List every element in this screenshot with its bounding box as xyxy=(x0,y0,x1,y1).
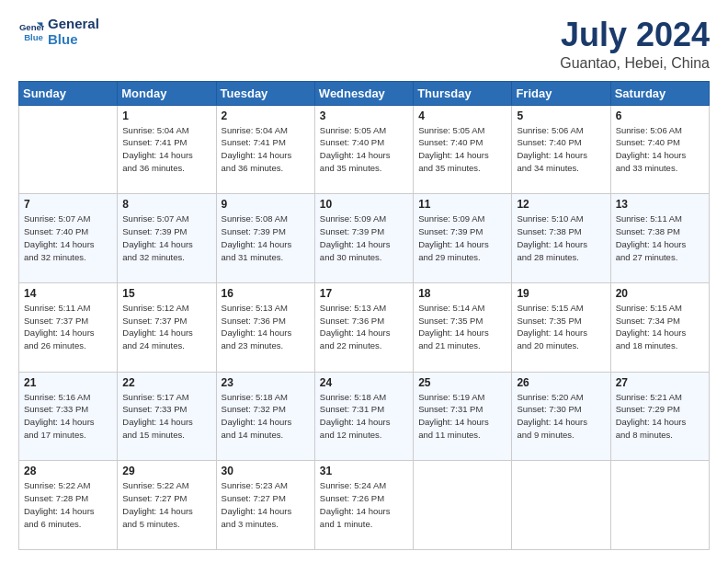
day-number: 23 xyxy=(222,376,310,389)
calendar-week-1: 1Sunrise: 5:04 AM Sunset: 7:41 PM Daylig… xyxy=(19,105,710,194)
main-title: July 2024 xyxy=(560,17,710,53)
day-number: 9 xyxy=(222,198,310,211)
calendar-cell: 21Sunrise: 5:16 AM Sunset: 7:33 PM Dayli… xyxy=(19,372,118,461)
col-header-saturday: Saturday xyxy=(610,81,709,105)
day-number: 25 xyxy=(418,376,506,389)
calendar-week-2: 7Sunrise: 5:07 AM Sunset: 7:40 PM Daylig… xyxy=(19,194,710,283)
calendar-cell: 5Sunrise: 5:06 AM Sunset: 7:40 PM Daylig… xyxy=(512,105,610,194)
day-number: 16 xyxy=(222,287,310,300)
day-info: Sunrise: 5:17 AM Sunset: 7:33 PM Dayligh… xyxy=(122,391,210,442)
day-number: 13 xyxy=(616,198,704,211)
day-info: Sunrise: 5:09 AM Sunset: 7:39 PM Dayligh… xyxy=(320,213,408,263)
calendar-cell: 24Sunrise: 5:18 AM Sunset: 7:31 PM Dayli… xyxy=(314,372,413,461)
day-info: Sunrise: 5:09 AM Sunset: 7:39 PM Dayligh… xyxy=(418,213,506,263)
calendar-cell: 18Sunrise: 5:14 AM Sunset: 7:35 PM Dayli… xyxy=(414,282,512,372)
calendar-cell: 2Sunrise: 5:04 AM Sunset: 7:41 PM Daylig… xyxy=(216,105,314,194)
day-info: Sunrise: 5:06 AM Sunset: 7:40 PM Dayligh… xyxy=(616,124,704,175)
col-header-sunday: Sunday xyxy=(19,81,118,105)
day-info: Sunrise: 5:22 AM Sunset: 7:27 PM Dayligh… xyxy=(122,479,210,530)
day-info: Sunrise: 5:19 AM Sunset: 7:31 PM Dayligh… xyxy=(418,391,506,442)
day-info: Sunrise: 5:22 AM Sunset: 7:28 PM Dayligh… xyxy=(24,479,112,530)
day-info: Sunrise: 5:11 AM Sunset: 7:38 PM Dayligh… xyxy=(616,213,704,263)
calendar-cell: 23Sunrise: 5:18 AM Sunset: 7:32 PM Dayli… xyxy=(216,372,314,461)
calendar-cell: 15Sunrise: 5:12 AM Sunset: 7:37 PM Dayli… xyxy=(118,282,216,372)
day-number: 27 xyxy=(616,376,704,389)
day-info: Sunrise: 5:16 AM Sunset: 7:33 PM Dayligh… xyxy=(24,391,112,442)
day-number: 26 xyxy=(517,376,605,389)
day-info: Sunrise: 5:15 AM Sunset: 7:35 PM Dayligh… xyxy=(517,302,605,352)
calendar-cell xyxy=(610,461,709,550)
day-info: Sunrise: 5:21 AM Sunset: 7:29 PM Dayligh… xyxy=(616,391,704,442)
calendar-cell: 9Sunrise: 5:08 AM Sunset: 7:39 PM Daylig… xyxy=(216,194,314,283)
day-info: Sunrise: 5:04 AM Sunset: 7:41 PM Dayligh… xyxy=(222,124,310,175)
day-number: 12 xyxy=(517,198,605,211)
day-info: Sunrise: 5:12 AM Sunset: 7:37 PM Dayligh… xyxy=(122,302,210,352)
day-number: 5 xyxy=(517,109,605,122)
calendar-cell: 16Sunrise: 5:13 AM Sunset: 7:36 PM Dayli… xyxy=(216,282,314,372)
day-info: Sunrise: 5:13 AM Sunset: 7:36 PM Dayligh… xyxy=(222,302,310,352)
day-number: 20 xyxy=(616,287,704,300)
calendar-cell: 3Sunrise: 5:05 AM Sunset: 7:40 PM Daylig… xyxy=(314,105,413,194)
calendar-cell: 19Sunrise: 5:15 AM Sunset: 7:35 PM Dayli… xyxy=(512,282,610,372)
day-info: Sunrise: 5:20 AM Sunset: 7:30 PM Dayligh… xyxy=(517,391,605,442)
col-header-wednesday: Wednesday xyxy=(314,81,413,105)
day-number: 24 xyxy=(320,376,408,389)
day-info: Sunrise: 5:07 AM Sunset: 7:39 PM Dayligh… xyxy=(122,213,210,263)
svg-text:Blue: Blue xyxy=(24,31,43,41)
day-info: Sunrise: 5:13 AM Sunset: 7:36 PM Dayligh… xyxy=(320,302,408,352)
calendar-cell: 4Sunrise: 5:05 AM Sunset: 7:40 PM Daylig… xyxy=(414,105,512,194)
day-number: 17 xyxy=(320,287,408,300)
col-header-thursday: Thursday xyxy=(414,81,512,105)
day-info: Sunrise: 5:24 AM Sunset: 7:26 PM Dayligh… xyxy=(320,479,408,530)
day-info: Sunrise: 5:18 AM Sunset: 7:32 PM Dayligh… xyxy=(222,391,310,442)
calendar-week-3: 14Sunrise: 5:11 AM Sunset: 7:37 PM Dayli… xyxy=(19,282,710,372)
calendar-cell: 13Sunrise: 5:11 AM Sunset: 7:38 PM Dayli… xyxy=(610,194,709,283)
calendar-table: SundayMondayTuesdayWednesdayThursdayFrid… xyxy=(18,81,710,550)
calendar-cell: 8Sunrise: 5:07 AM Sunset: 7:39 PM Daylig… xyxy=(118,194,216,283)
day-number: 8 xyxy=(122,198,210,211)
col-header-tuesday: Tuesday xyxy=(216,81,314,105)
calendar-cell: 12Sunrise: 5:10 AM Sunset: 7:38 PM Dayli… xyxy=(512,194,610,283)
day-number: 7 xyxy=(24,198,112,211)
day-number: 31 xyxy=(320,465,408,477)
day-number: 29 xyxy=(122,465,210,477)
logo-text-blue: Blue xyxy=(48,32,99,48)
day-number: 22 xyxy=(122,376,210,389)
day-info: Sunrise: 5:10 AM Sunset: 7:38 PM Dayligh… xyxy=(517,213,605,263)
logo: General Blue General Blue xyxy=(18,17,99,47)
page-header: General Blue General Blue July 2024 Guan… xyxy=(18,17,710,72)
day-info: Sunrise: 5:23 AM Sunset: 7:27 PM Dayligh… xyxy=(222,479,310,530)
day-info: Sunrise: 5:06 AM Sunset: 7:40 PM Dayligh… xyxy=(517,124,605,175)
calendar-cell: 10Sunrise: 5:09 AM Sunset: 7:39 PM Dayli… xyxy=(314,194,413,283)
day-number: 1 xyxy=(122,109,210,122)
day-number: 15 xyxy=(122,287,210,300)
logo-icon: General Blue xyxy=(18,19,44,45)
logo-text-general: General xyxy=(48,17,99,32)
day-number: 18 xyxy=(418,287,506,300)
calendar-week-4: 21Sunrise: 5:16 AM Sunset: 7:33 PM Dayli… xyxy=(19,372,710,461)
calendar-cell: 30Sunrise: 5:23 AM Sunset: 7:27 PM Dayli… xyxy=(216,461,314,550)
title-area: July 2024 Guantao, Hebei, China xyxy=(560,17,710,72)
calendar-cell: 29Sunrise: 5:22 AM Sunset: 7:27 PM Dayli… xyxy=(118,461,216,550)
calendar-cell: 22Sunrise: 5:17 AM Sunset: 7:33 PM Dayli… xyxy=(118,372,216,461)
day-number: 10 xyxy=(320,198,408,211)
calendar-week-5: 28Sunrise: 5:22 AM Sunset: 7:28 PM Dayli… xyxy=(19,461,710,550)
day-info: Sunrise: 5:04 AM Sunset: 7:41 PM Dayligh… xyxy=(122,124,210,175)
calendar-header-row: SundayMondayTuesdayWednesdayThursdayFrid… xyxy=(19,81,710,105)
day-number: 4 xyxy=(418,109,506,122)
col-header-friday: Friday xyxy=(512,81,610,105)
calendar-cell: 6Sunrise: 5:06 AM Sunset: 7:40 PM Daylig… xyxy=(610,105,709,194)
day-info: Sunrise: 5:15 AM Sunset: 7:34 PM Dayligh… xyxy=(616,302,704,352)
calendar-cell: 17Sunrise: 5:13 AM Sunset: 7:36 PM Dayli… xyxy=(314,282,413,372)
calendar-cell xyxy=(512,461,610,550)
day-number: 2 xyxy=(222,109,310,122)
calendar-cell: 25Sunrise: 5:19 AM Sunset: 7:31 PM Dayli… xyxy=(414,372,512,461)
day-info: Sunrise: 5:05 AM Sunset: 7:40 PM Dayligh… xyxy=(320,124,408,175)
day-number: 21 xyxy=(24,376,112,389)
calendar-cell: 1Sunrise: 5:04 AM Sunset: 7:41 PM Daylig… xyxy=(118,105,216,194)
calendar-cell: 11Sunrise: 5:09 AM Sunset: 7:39 PM Dayli… xyxy=(414,194,512,283)
calendar-cell: 28Sunrise: 5:22 AM Sunset: 7:28 PM Dayli… xyxy=(19,461,118,550)
calendar-cell: 26Sunrise: 5:20 AM Sunset: 7:30 PM Dayli… xyxy=(512,372,610,461)
day-number: 6 xyxy=(616,109,704,122)
day-info: Sunrise: 5:07 AM Sunset: 7:40 PM Dayligh… xyxy=(24,213,112,263)
